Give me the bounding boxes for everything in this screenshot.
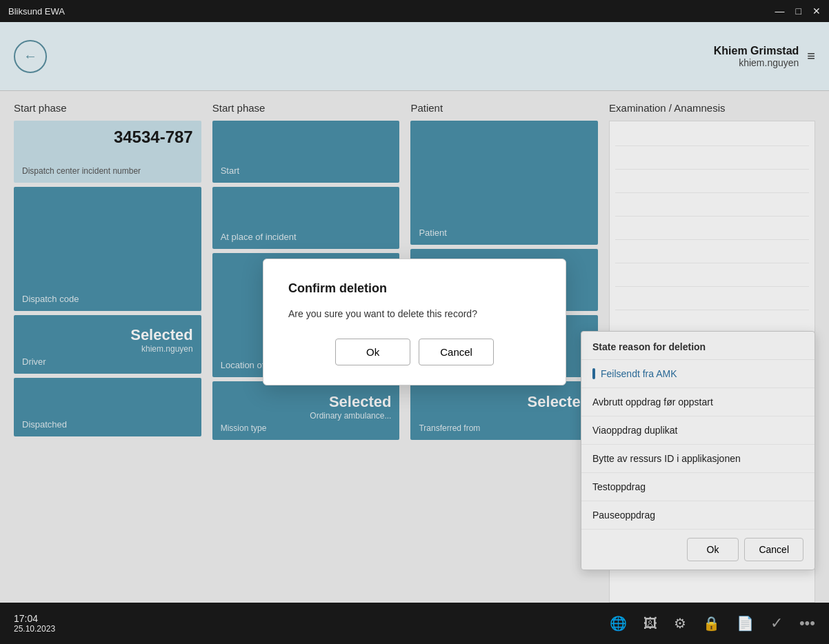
confirm-dialog: Confirm deletion Are you sure you want t… [263,259,566,385]
dialog-title: Confirm deletion [288,281,541,296]
dialog-cancel-button[interactable]: Cancel [419,339,494,365]
dialog-message: Are you sure you want to delete this rec… [288,308,541,319]
dialog-overlay: Confirm deletion Are you sure you want t… [0,0,829,644]
dialog-buttons: Ok Cancel [288,339,541,365]
dialog-ok-button[interactable]: Ok [335,339,410,365]
